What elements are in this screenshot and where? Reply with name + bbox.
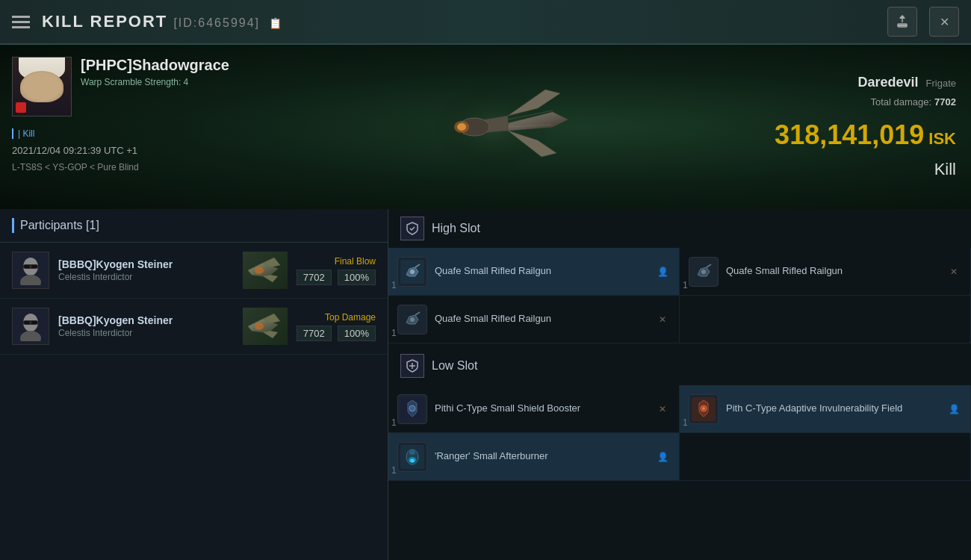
- svg-point-14: [255, 267, 264, 274]
- hamburger-menu[interactable]: [12, 16, 30, 28]
- participant-row: [BBBQ]Kyogen Steiner Celestis Interdicto…: [0, 243, 388, 299]
- isk-value: 318,141,019: [775, 119, 924, 151]
- total-damage-value: 7702: [934, 96, 956, 108]
- hero-ship: [224, 45, 762, 209]
- title-text: KILL REPORT: [42, 12, 167, 31]
- pilot-stat: Warp Scramble Strength: 4: [81, 77, 229, 87]
- kill-id: [ID:6465994]: [173, 16, 260, 29]
- high-slot-grid: 1 Quafe Small Rifled Railgun 👤 1: [388, 248, 971, 343]
- eq-quantity: 1: [683, 417, 688, 428]
- equipment-item-empty: [680, 296, 971, 343]
- percent-value: 100%: [338, 270, 376, 285]
- pilot-avatar: [12, 57, 72, 116]
- pilot-info: [PHPC]Shadowgrace Warp Scramble Strength…: [81, 57, 229, 87]
- eq-name: Pithi C-Type Small Shield Booster: [435, 402, 648, 415]
- eq-quantity: 1: [391, 465, 397, 476]
- participant-info: [BBBQ]Kyogen Steiner Celestis Interdicto…: [58, 258, 234, 282]
- participant-row: [BBBQ]Kyogen Steiner Celestis Interdicto…: [0, 299, 388, 355]
- low-slot-icon: [400, 354, 424, 378]
- equipment-item[interactable]: 1 Pith C-Type Adaptive Invulnerability F…: [680, 385, 971, 433]
- participant-avatar: [12, 252, 49, 289]
- svg-point-33: [409, 405, 415, 411]
- window-title: KILL REPORT [ID:6465994] 📋: [42, 12, 283, 31]
- eq-icon: [689, 394, 719, 424]
- equipment-item-empty: [680, 433, 971, 481]
- export-button[interactable]: [887, 7, 917, 37]
- svg-point-22: [255, 323, 264, 330]
- isk-label: ISK: [928, 129, 956, 149]
- eq-quantity: 1: [683, 280, 688, 290]
- timestamp: 2021/12/04 09:21:39 UTC +1: [12, 145, 212, 156]
- ship-class: Frigate: [926, 78, 956, 89]
- participant-ship-icon-2: [243, 308, 288, 345]
- hero-section: [PHPC]Shadowgrace Warp Scramble Strength…: [0, 45, 971, 209]
- participant-info: [BBBQ]Kyogen Steiner Celestis Interdicto…: [58, 314, 234, 338]
- kill-badge: | Kill: [12, 128, 212, 139]
- hero-right: Daredevil Frigate Total damage: 7702 318…: [762, 45, 971, 209]
- eq-status-pilot: 👤: [946, 402, 961, 417]
- svg-point-41: [409, 450, 415, 455]
- low-slot-grid: 1 Pithi C-Type Small Shield Booster ✕ 1: [388, 385, 971, 481]
- participants-title: Participants [1]: [20, 219, 99, 232]
- high-slot-title: High Slot: [432, 222, 480, 235]
- main-body: Participants [1] [BBBQ]Kyogen Steiner Ce…: [0, 209, 971, 560]
- equipment-item[interactable]: 1 'Ranger' Small Afterburner 👤: [388, 433, 680, 481]
- svg-point-40: [410, 458, 415, 462]
- svg-rect-10: [24, 265, 30, 268]
- svg-point-36: [702, 407, 705, 410]
- equipment-item[interactable]: 1 Quafe Small Rifled Railgun ✕: [680, 248, 971, 296]
- participant-name: [BBBQ]Kyogen Steiner: [58, 258, 234, 270]
- equipment-item[interactable]: 1 Pithi C-Type Small Shield Booster ✕: [388, 385, 680, 433]
- eq-name: 'Ranger' Small Afterburner: [435, 450, 648, 463]
- eq-name: Quafe Small Rifled Railgun: [435, 265, 648, 278]
- eq-quantity: 1: [391, 417, 397, 428]
- svg-point-30: [410, 317, 415, 322]
- participant-name: [BBBQ]Kyogen Steiner: [58, 314, 234, 326]
- high-slot-header: High Slot: [388, 209, 971, 248]
- eq-status-x: ✕: [946, 264, 961, 279]
- svg-rect-19: [31, 321, 37, 324]
- participant-avatar: [12, 308, 49, 345]
- participants-panel: Participants [1] [BBBQ]Kyogen Steiner Ce…: [0, 209, 388, 560]
- equipment-item[interactable]: 1 Quafe Small Rifled Railgun ✕: [388, 296, 680, 343]
- close-icon: ✕: [940, 15, 949, 29]
- blow-label-2: Top Damage: [325, 312, 376, 323]
- eq-status-x: ✕: [655, 312, 670, 327]
- damage-value: 7702: [297, 270, 332, 285]
- participants-header: Participants [1]: [0, 209, 388, 243]
- participant-ship: Celestis Interdictor: [58, 272, 234, 282]
- eq-status-pilot: 👤: [655, 449, 670, 464]
- ship-type: Daredevil: [857, 75, 918, 90]
- equipment-panel: High Slot 1 Quafe Small Rifled Railgun 👤: [388, 209, 971, 560]
- percent-value-2: 100%: [338, 326, 376, 341]
- eq-icon: [397, 394, 427, 424]
- eq-icon: [397, 442, 427, 472]
- participant-stats: 7702 100%: [297, 270, 376, 285]
- participant-ship-icon: [243, 252, 288, 289]
- hero-left: [PHPC]Shadowgrace Warp Scramble Strength…: [0, 45, 224, 209]
- header-bar-accent: [12, 218, 14, 233]
- eq-icon: [397, 305, 427, 335]
- ship-image: [388, 60, 598, 194]
- eq-icon: [689, 257, 719, 287]
- eq-name: Quafe Small Rifled Railgun: [435, 313, 648, 326]
- header-bar: KILL REPORT [ID:6465994] 📋 ✕: [0, 0, 971, 45]
- high-slot-icon: [400, 217, 424, 240]
- svg-rect-11: [31, 265, 37, 268]
- pilot-name: [PHPC]Shadowgrace: [81, 57, 229, 74]
- result-label: Kill: [934, 160, 956, 179]
- eq-quantity: 1: [391, 280, 397, 290]
- equipment-item[interactable]: 1 Quafe Small Rifled Railgun 👤: [388, 248, 680, 296]
- copy-icon[interactable]: 📋: [269, 17, 283, 29]
- close-button[interactable]: ✕: [929, 7, 959, 37]
- eq-status-pilot: 👤: [655, 264, 670, 279]
- participant-stats-2: 7702 100%: [297, 326, 376, 341]
- svg-rect-18: [24, 321, 30, 324]
- eq-name: Pith C-Type Adaptive Invulnerability Fie…: [726, 402, 939, 415]
- blow-label: Final Blow: [335, 256, 376, 267]
- low-slot-header: Low Slot: [388, 346, 971, 385]
- participant-ship: Celestis Interdictor: [58, 328, 234, 338]
- location: L-TS8S < YS-GOP < Pure Blind: [12, 162, 212, 172]
- svg-point-27: [701, 270, 706, 274]
- low-slot-title: Low Slot: [432, 359, 477, 373]
